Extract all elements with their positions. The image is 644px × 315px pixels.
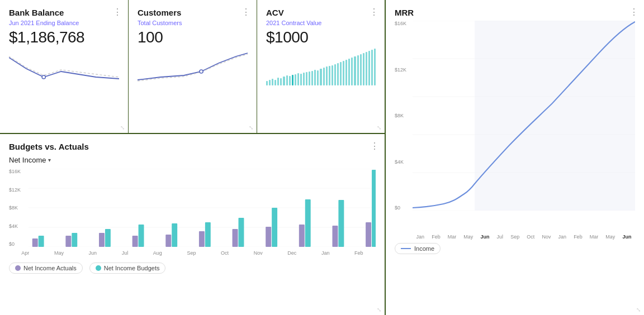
acv-bar bbox=[286, 75, 288, 85]
acv-bar bbox=[300, 74, 302, 85]
mrr-y-axis: $16K $12K $8K $4K $0 bbox=[395, 21, 413, 211]
svg-rect-24 bbox=[305, 199, 311, 247]
resize-handle-customers: ⤡ bbox=[249, 125, 253, 131]
svg-rect-13 bbox=[132, 236, 138, 247]
acv-bar bbox=[334, 64, 336, 85]
acv-chart bbox=[266, 46, 376, 85]
mrr-panel: MRR ⋮ $16K $12K $8K $4K $0 bbox=[386, 0, 644, 315]
acv-bar bbox=[348, 59, 350, 85]
bank-balance-chart bbox=[9, 46, 119, 85]
acv-bar bbox=[309, 71, 310, 85]
acv-bar bbox=[343, 61, 344, 85]
acv-bar bbox=[323, 68, 325, 85]
svg-rect-22 bbox=[272, 208, 277, 247]
acv-bar bbox=[360, 54, 362, 85]
mrr-menu[interactable]: ⋮ bbox=[629, 7, 638, 17]
customers-menu[interactable]: ⋮ bbox=[242, 7, 251, 17]
acv-bar bbox=[332, 65, 333, 85]
acv-bar bbox=[314, 70, 316, 85]
acv-bar bbox=[303, 73, 305, 85]
legend-actuals: Net Income Actuals bbox=[9, 262, 83, 274]
budget-x-axis: AprMayJunJulAugSepOctNovDecJanFeb bbox=[9, 250, 376, 256]
mrr-legend-label: Income bbox=[414, 245, 434, 252]
acv-bar bbox=[374, 49, 376, 85]
bank-balance-menu[interactable]: ⋮ bbox=[113, 7, 122, 17]
svg-rect-26 bbox=[338, 200, 344, 247]
acv-bar bbox=[283, 77, 285, 85]
svg-rect-20 bbox=[238, 218, 244, 247]
acv-bar bbox=[317, 70, 319, 85]
acv-bar bbox=[311, 71, 313, 85]
bank-balance-subtitle: Jun 2021 Ending Balance bbox=[9, 20, 119, 26]
mrr-legend-line bbox=[401, 248, 411, 249]
svg-rect-11 bbox=[99, 233, 105, 247]
acv-bar bbox=[306, 72, 307, 85]
acv-bar bbox=[266, 81, 268, 85]
svg-rect-21 bbox=[266, 227, 271, 247]
mrr-legend: Income bbox=[395, 243, 441, 254]
budgets-label: Net Income Budgets bbox=[104, 265, 160, 271]
customers-title: Customers bbox=[138, 8, 248, 17]
acv-bar bbox=[295, 74, 296, 85]
budgets-title: Budgets vs. Actuals bbox=[9, 142, 376, 151]
acv-bar bbox=[326, 66, 328, 85]
svg-rect-9 bbox=[65, 236, 71, 247]
acv-bar bbox=[272, 79, 273, 85]
budget-bar-chart bbox=[9, 169, 376, 247]
bank-balance-card: ⋮ Bank Balance Jun 2021 Ending Balance $… bbox=[0, 0, 129, 133]
acv-bar bbox=[366, 52, 367, 85]
acv-bar bbox=[371, 50, 373, 85]
mrr-shade bbox=[475, 21, 635, 211]
acv-menu[interactable]: ⋮ bbox=[370, 7, 379, 17]
chevron-down-icon: ▾ bbox=[48, 157, 51, 163]
svg-rect-15 bbox=[165, 235, 171, 247]
acv-card: ⋮ ACV 2021 Contract Value $1000 ⤡ bbox=[257, 0, 386, 133]
svg-rect-14 bbox=[139, 225, 144, 247]
svg-point-0 bbox=[42, 75, 45, 79]
budget-legend: Net Income Actuals Net Income Budgets bbox=[9, 262, 376, 274]
mrr-line-chart bbox=[395, 21, 635, 211]
budgets-dot bbox=[96, 265, 101, 271]
customers-value: 100 bbox=[138, 28, 248, 46]
svg-rect-16 bbox=[172, 223, 177, 247]
acv-bar bbox=[329, 66, 330, 85]
svg-rect-25 bbox=[332, 226, 338, 247]
actuals-dot bbox=[15, 265, 21, 271]
svg-rect-10 bbox=[72, 233, 77, 247]
budgets-menu[interactable]: ⋮ bbox=[370, 141, 379, 151]
acv-bar bbox=[269, 80, 271, 85]
customers-subtitle: Total Customers bbox=[138, 20, 248, 26]
svg-rect-12 bbox=[105, 229, 111, 247]
mrr-title: MRR bbox=[395, 8, 635, 17]
acv-bar bbox=[274, 80, 276, 85]
acv-bar bbox=[277, 78, 279, 85]
acv-bar bbox=[297, 73, 299, 85]
bank-balance-value: $1,186,768 bbox=[9, 28, 119, 46]
budget-y-axis: $16K $12K $8K $4K $0 bbox=[9, 169, 21, 247]
acv-bar bbox=[368, 51, 370, 85]
budgets-panel: Budgets vs. Actuals ⋮ Net Income ▾ $16K … bbox=[0, 134, 386, 315]
actuals-label: Net Income Actuals bbox=[23, 265, 77, 271]
acv-bar bbox=[345, 60, 347, 85]
resize-handle-budgets: ⤡ bbox=[377, 307, 381, 313]
net-income-dropdown[interactable]: Net Income ▾ bbox=[9, 156, 51, 164]
svg-rect-28 bbox=[372, 170, 376, 247]
svg-rect-8 bbox=[39, 236, 44, 247]
customers-card: ⋮ Customers Total Customers 100 ⤡ bbox=[129, 0, 257, 133]
acv-bar bbox=[320, 69, 321, 85]
acv-bar bbox=[292, 75, 293, 85]
resize-handle-acv: ⤡ bbox=[377, 125, 381, 131]
budget-chart-area: $16K $12K $8K $4K $0 bbox=[9, 169, 376, 258]
acv-value: $1000 bbox=[266, 28, 376, 46]
mrr-chart-area: $16K $12K $8K $4K $0 bbox=[395, 21, 635, 233]
legend-budgets: Net Income Budgets bbox=[89, 262, 166, 274]
svg-point-1 bbox=[200, 70, 203, 73]
acv-bar bbox=[354, 56, 356, 85]
dashboard: ⋮ Bank Balance Jun 2021 Ending Balance $… bbox=[0, 0, 644, 315]
acv-bar bbox=[357, 55, 359, 85]
acv-bar bbox=[351, 58, 353, 85]
customers-chart bbox=[138, 46, 248, 85]
top-cards-row: ⋮ Bank Balance Jun 2021 Ending Balance $… bbox=[0, 0, 386, 134]
svg-rect-27 bbox=[366, 222, 371, 247]
acv-bar bbox=[337, 63, 339, 85]
